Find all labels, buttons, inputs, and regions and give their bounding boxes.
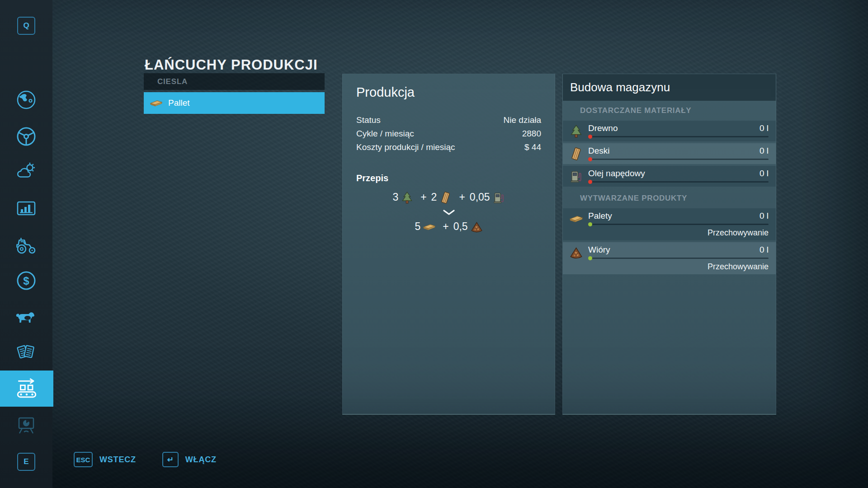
distribution-mode: Przechowywanie [588,228,769,238]
fill-level-bar [588,258,769,259]
recipe-arrow [356,209,541,216]
product-amount: 0 l [760,245,769,255]
plus-sign: + [459,191,465,203]
stat-value: 2880 [522,127,541,141]
pallet-icon [570,212,583,225]
fill-level-bar [588,224,769,225]
production-title: Produkcja [356,85,541,100]
recipe-header: Przepis [356,173,541,183]
back-button-label: WSTECZ [99,455,136,465]
pallet-icon [423,221,435,233]
sidebar-tab-finances[interactable] [0,270,52,291]
production-chains-screen: Q E ŁAŃCUCHY PRODUKCJI CIESLA Pallet Pro… [0,0,868,488]
chain-list-header: CIESLA [144,73,325,90]
material-amount: 0 l [760,123,769,133]
page-title: ŁAŃCUCHY PRODUKCJI [145,57,318,73]
recipe-qty: 2 [431,191,437,203]
chain-item-label: Pallet [168,98,190,108]
sidebar-tab-garage[interactable] [0,126,52,147]
distribution-mode: Przechowywanie [588,262,769,272]
product-amount: 0 l [760,211,769,221]
key-hint-e-label: E [24,457,28,466]
cow-icon [15,306,37,328]
fill-level-marker [588,222,592,226]
key-hint-q-label: Q [23,21,29,30]
stat-label: Koszty produkcji / miesiąc [356,141,455,154]
back-button[interactable]: ESC WSTECZ [74,452,136,467]
planks-icon [570,147,583,160]
material-amount: 0 l [760,146,769,156]
chevron-down-icon [443,209,455,216]
storage-row-drewno: Drewno 0 l [563,121,776,141]
storage-panel-header: Budowa magazynu [563,74,776,101]
recipe-qty: 5 [415,221,420,233]
planks-icon [439,192,452,204]
fill-level-bar [588,159,769,160]
key-hint-e: E [17,453,35,471]
stat-row-status: Status Nie działa [356,113,541,127]
sidebar-tab-production-chains[interactable] [0,371,53,407]
tree-icon [570,125,583,138]
chain-list-header-label: CIESLA [157,77,188,86]
storage-title: Budowa magazynu [570,80,670,94]
documents-icon [15,342,37,364]
conveyor-icon [15,377,38,400]
diesel-icon [570,170,583,183]
stat-value: $ 44 [524,141,541,154]
sidebar-tab-contracts[interactable] [0,342,52,364]
stat-label: Cykle / miesiąc [356,127,414,141]
tractor-icon [15,234,37,256]
chain-list-panel: CIESLA Pallet [144,73,325,114]
weather-icon [15,161,37,183]
woodchips-icon [471,221,483,233]
storage-row-wiory: Wióry 0 l Przechowywanie [563,242,776,274]
storage-row-palety: Palety 0 l Przechowywanie [563,208,776,240]
key-hint-q: Q [17,17,35,35]
sidebar-tab-vehicles[interactable] [0,234,52,256]
pallet-icon [150,97,162,109]
stat-row-costs: Koszty produkcji / miesiąc $ 44 [356,141,541,154]
stat-value: Nie działa [504,113,541,127]
plus-sign: + [443,221,448,233]
stat-label: Status [356,113,381,127]
sidebar-tab-statistics[interactable] [0,198,52,220]
material-amount: 0 l [760,169,769,178]
fill-level-marker [588,180,592,184]
recipe-outputs: 5 + 0,5 [356,220,541,233]
sidebar-tab-presentation[interactable] [0,415,52,436]
globe-icon [15,89,37,111]
fill-level-marker [588,256,592,260]
sidebar-tab-weather[interactable] [0,161,52,183]
plus-sign: + [420,191,426,203]
fill-level-bar [588,181,769,183]
bar-chart-icon [15,198,37,220]
recipe-qty: 3 [392,191,398,203]
sidebar-tab-animals[interactable] [0,306,52,328]
material-name: Deski [588,146,610,156]
material-name: Olej napędowy [588,169,645,178]
tree-icon [401,192,413,204]
section-label-inputs: DOSTARCZANE MATERIAŁY [563,101,776,121]
recipe-qty: 0,05 [470,191,490,203]
recipe-inputs: 3 + 2 + 0,05 [356,191,541,204]
sidebar-tab-map[interactable] [0,89,52,111]
product-name: Wióry [588,245,610,255]
enter-key-icon: ↵ [162,452,179,467]
product-name: Palety [588,211,612,221]
storage-panel: Budowa magazynu DOSTARCZANE MATERIAŁY Dr… [562,74,776,415]
activate-button[interactable]: ↵ WŁĄCZ [162,452,217,467]
fill-level-marker [588,157,592,161]
esc-key-icon: ESC [74,452,93,467]
easel-chart-icon [15,415,37,436]
steering-wheel-icon [15,126,37,147]
stat-row-cycles: Cykle / miesiąc 2880 [356,127,541,141]
production-panel: Produkcja Status Nie działa Cykle / mies… [342,74,555,415]
recipe-qty: 0,5 [453,221,468,233]
fill-level-marker [588,135,592,139]
storage-row-deski: Deski 0 l [563,143,776,164]
section-label-outputs: WYTWARZANE PRODUKTY [563,188,776,208]
sidebar: Q E [0,0,52,488]
activate-button-label: WŁĄCZ [185,455,217,465]
chain-list-item-pallet[interactable]: Pallet [144,92,325,114]
material-name: Drewno [588,123,618,133]
